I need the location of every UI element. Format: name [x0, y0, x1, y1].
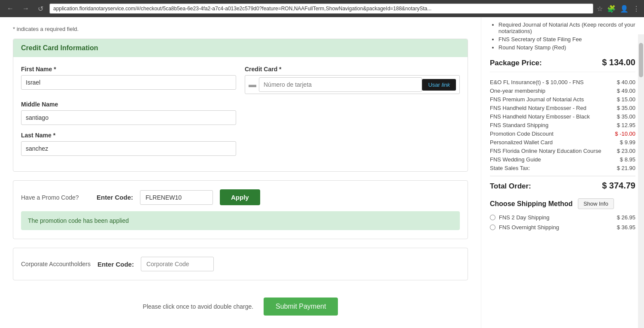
line-item-name: Personalized Wallet Card [490, 139, 620, 146]
line-item-name: FNS Handheld Notary Embosser - Black [490, 113, 617, 120]
url-bar[interactable] [49, 3, 593, 14]
shipping-option-left: FNS Overnight Shipping [490, 224, 559, 231]
line-item-price: $ 21.90 [617, 165, 635, 171]
shipping-title: Choose Shipping Method [490, 200, 573, 208]
line-item-name: FNS Wedding Guide [490, 156, 620, 163]
browser-chrome: ← → ↺ ☆ 🧩 👤 ⋮ [0, 0, 644, 17]
first-name-input[interactable] [21, 75, 236, 90]
shipping-radio[interactable] [490, 225, 495, 230]
line-item: Personalized Wallet Card$ 9.99 [490, 139, 635, 146]
line-item: Promotion Code Discount$ -10.00 [490, 131, 635, 137]
corporate-enter-code-label: Enter Code: [97, 261, 134, 268]
first-name-group: First Name * [21, 66, 236, 94]
line-item-name: One-year membership [490, 88, 617, 94]
submit-payment-button[interactable]: Submit Payment [264, 298, 338, 316]
line-item: FNS Premium Journal of Notarial Acts$ 15… [490, 96, 635, 103]
usar-link-button[interactable]: Usar link [422, 79, 456, 91]
corporate-section: Corporate Accountholders Enter Code: [13, 248, 468, 280]
refresh-button[interactable]: ↺ [35, 3, 46, 15]
profile-icon[interactable]: 👤 [620, 5, 629, 13]
line-item-price: $ 35.00 [617, 113, 635, 120]
line-item-name: Promotion Code Discount [490, 131, 615, 137]
line-item-name: FNS Handheld Notary Embosser - Red [490, 105, 617, 111]
line-item-price: $ 35.00 [617, 105, 635, 111]
footer-bar: Please click once to avoid double charge… [13, 289, 468, 324]
line-item-price: $ 15.00 [617, 96, 635, 103]
promo-section: Have a Promo Code? Enter Code: Apply The… [13, 180, 468, 239]
shipping-header: Choose Shipping Method Show Info [490, 198, 635, 209]
placeholder-group-2 [245, 132, 460, 156]
back-button[interactable]: ← [4, 3, 16, 14]
line-item-name: FNS Standard Shipping [490, 122, 617, 128]
line-item: FNS Standard Shipping$ 12.95 [490, 122, 635, 128]
credit-card-section: Credit Card Information First Name * Cre… [13, 39, 468, 172]
form-row-3: Last Name * [21, 132, 460, 156]
shipping-option-name: FNS Overnight Shipping [499, 224, 559, 231]
show-info-button[interactable]: Show Info [578, 198, 614, 209]
corporate-label: Corporate Accountholders [21, 261, 91, 267]
line-item-price: $ -10.00 [615, 131, 635, 137]
sidebar: Required Journal of Notarial Acts (Keep … [481, 17, 644, 328]
bullet-item: Required Journal of Notarial Acts (Keep … [498, 21, 635, 34]
shipping-option-name: FNS 2 Day Shipping [499, 214, 550, 221]
last-name-label: Last Name * [21, 132, 236, 139]
shipping-radio[interactable] [490, 215, 495, 220]
bullet-list: Required Journal of Notarial Acts (Keep … [490, 21, 635, 51]
credit-card-label: Credit Card * [245, 66, 460, 73]
form-row-2: Middle Name [21, 101, 460, 125]
line-item: FNS Wedding Guide$ 8.95 [490, 156, 635, 163]
corporate-row: Corporate Accountholders Enter Code: [21, 257, 460, 271]
package-price-value: $ 134.00 [602, 58, 635, 67]
line-item: FNS Handheld Notary Embosser - Black$ 35… [490, 113, 635, 120]
total-row: Total Order: $ 374.79 [490, 176, 635, 191]
line-items-container: E&O FL Insurance(t) - $ 10,000 - FNS$ 40… [490, 79, 635, 171]
required-note: * indicates a required field. [13, 26, 468, 32]
corporate-code-input[interactable] [141, 257, 214, 271]
line-item: FNS Florida Online Notary Education Cour… [490, 148, 635, 154]
shipping-option: FNS Overnight Shipping$ 36.95 [490, 224, 635, 231]
line-item-name: FNS Florida Online Notary Education Cour… [490, 148, 617, 154]
line-item-name: State Sales Tax: [490, 165, 617, 171]
total-label: Total Order: [490, 182, 531, 191]
shipping-option-price: $ 36.95 [617, 224, 635, 231]
link-label: link [441, 82, 450, 88]
last-name-input[interactable] [21, 141, 236, 156]
scrollbar-thumb[interactable] [639, 43, 643, 77]
line-item: E&O FL Insurance(t) - $ 10,000 - FNS$ 40… [490, 79, 635, 85]
main-content: * indicates a required field. Credit Car… [0, 17, 481, 328]
shipping-options-container: FNS 2 Day Shipping$ 26.95FNS Overnight S… [490, 214, 635, 231]
star-icon[interactable]: ☆ [597, 5, 603, 13]
line-item-name: FNS Premium Journal of Notarial Acts [490, 96, 617, 103]
line-item-name: E&O FL Insurance(t) - $ 10,000 - FNS [490, 79, 617, 85]
line-item-price: $ 9.99 [620, 139, 635, 146]
bullet-item: Round Notary Stamp (Red) [498, 44, 635, 51]
apply-button[interactable]: Apply [220, 189, 260, 205]
shipping-option-price: $ 26.95 [617, 214, 635, 221]
middle-name-input[interactable] [21, 110, 236, 125]
line-item-price: $ 40.00 [617, 79, 635, 85]
card-icon: ▬ [249, 80, 256, 89]
middle-name-label: Middle Name [21, 101, 236, 108]
credit-card-field: ▬ Usar link [245, 75, 460, 94]
line-item: State Sales Tax:$ 21.90 [490, 165, 635, 171]
package-price-label: Package Price: [490, 59, 542, 67]
placeholder-group [245, 101, 460, 125]
promo-row: Have a Promo Code? Enter Code: Apply [21, 189, 460, 205]
line-item: FNS Handheld Notary Embosser - Red$ 35.0… [490, 105, 635, 111]
promo-code-input[interactable] [140, 190, 213, 205]
browser-icons: ☆ 🧩 👤 ⋮ [597, 5, 640, 13]
line-item-price: $ 23.00 [617, 148, 635, 154]
promo-enter-code-label: Enter Code: [97, 194, 133, 201]
form-row-1: First Name * Credit Card * ▬ Usar link [21, 66, 460, 94]
menu-icon[interactable]: ⋮ [633, 5, 640, 13]
shipping-option-left: FNS 2 Day Shipping [490, 214, 550, 221]
middle-name-group: Middle Name [21, 101, 236, 125]
last-name-group: Last Name * [21, 132, 236, 156]
forward-button[interactable]: → [20, 3, 32, 14]
bullet-item: FNS Secretary of State Filing Fee [498, 36, 635, 43]
credit-card-input[interactable] [259, 77, 422, 92]
extension-icon[interactable]: 🧩 [607, 5, 616, 13]
scrollbar-track[interactable] [638, 34, 644, 328]
line-item-price: $ 49.00 [617, 88, 635, 94]
footer-note: Please click once to avoid double charge… [143, 303, 254, 310]
